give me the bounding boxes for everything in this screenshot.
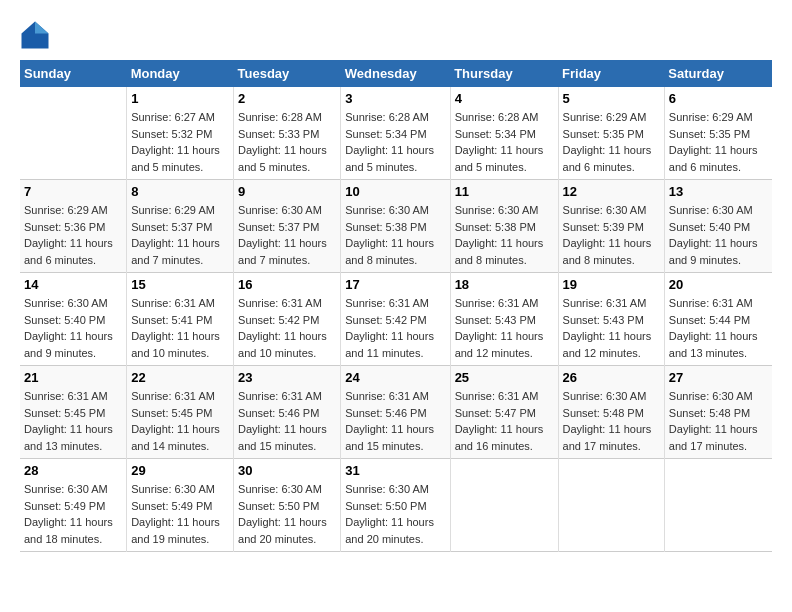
header-day-tuesday: Tuesday: [234, 60, 341, 87]
day-number: 11: [455, 184, 554, 199]
day-info: Sunrise: 6:30 AMSunset: 5:50 PMDaylight:…: [238, 481, 336, 547]
day-info: Sunrise: 6:30 AMSunset: 5:48 PMDaylight:…: [563, 388, 660, 454]
day-cell: 24Sunrise: 6:31 AMSunset: 5:46 PMDayligh…: [341, 366, 450, 459]
day-info: Sunrise: 6:30 AMSunset: 5:50 PMDaylight:…: [345, 481, 445, 547]
day-cell: 3Sunrise: 6:28 AMSunset: 5:34 PMDaylight…: [341, 87, 450, 180]
day-info: Sunrise: 6:28 AMSunset: 5:33 PMDaylight:…: [238, 109, 336, 175]
header-day-sunday: Sunday: [20, 60, 127, 87]
week-row-2: 7Sunrise: 6:29 AMSunset: 5:36 PMDaylight…: [20, 180, 772, 273]
day-number: 31: [345, 463, 445, 478]
day-info: Sunrise: 6:31 AMSunset: 5:45 PMDaylight:…: [24, 388, 122, 454]
day-number: 2: [238, 91, 336, 106]
day-number: 14: [24, 277, 122, 292]
week-row-1: 1Sunrise: 6:27 AMSunset: 5:32 PMDaylight…: [20, 87, 772, 180]
day-info: Sunrise: 6:31 AMSunset: 5:46 PMDaylight:…: [238, 388, 336, 454]
day-cell: 19Sunrise: 6:31 AMSunset: 5:43 PMDayligh…: [558, 273, 664, 366]
day-cell: 4Sunrise: 6:28 AMSunset: 5:34 PMDaylight…: [450, 87, 558, 180]
day-number: 18: [455, 277, 554, 292]
day-info: Sunrise: 6:31 AMSunset: 5:42 PMDaylight:…: [238, 295, 336, 361]
logo: [20, 20, 54, 50]
day-cell: 14Sunrise: 6:30 AMSunset: 5:40 PMDayligh…: [20, 273, 127, 366]
day-info: Sunrise: 6:31 AMSunset: 5:43 PMDaylight:…: [563, 295, 660, 361]
day-info: Sunrise: 6:28 AMSunset: 5:34 PMDaylight:…: [345, 109, 445, 175]
day-info: Sunrise: 6:30 AMSunset: 5:38 PMDaylight:…: [455, 202, 554, 268]
week-row-3: 14Sunrise: 6:30 AMSunset: 5:40 PMDayligh…: [20, 273, 772, 366]
day-cell: 2Sunrise: 6:28 AMSunset: 5:33 PMDaylight…: [234, 87, 341, 180]
day-cell: 23Sunrise: 6:31 AMSunset: 5:46 PMDayligh…: [234, 366, 341, 459]
day-info: Sunrise: 6:30 AMSunset: 5:37 PMDaylight:…: [238, 202, 336, 268]
day-cell: 29Sunrise: 6:30 AMSunset: 5:49 PMDayligh…: [127, 459, 234, 552]
page-header: [20, 20, 772, 50]
day-number: 29: [131, 463, 229, 478]
day-cell: 8Sunrise: 6:29 AMSunset: 5:37 PMDaylight…: [127, 180, 234, 273]
day-number: 3: [345, 91, 445, 106]
day-info: Sunrise: 6:28 AMSunset: 5:34 PMDaylight:…: [455, 109, 554, 175]
week-row-4: 21Sunrise: 6:31 AMSunset: 5:45 PMDayligh…: [20, 366, 772, 459]
day-cell: 28Sunrise: 6:30 AMSunset: 5:49 PMDayligh…: [20, 459, 127, 552]
day-info: Sunrise: 6:29 AMSunset: 5:37 PMDaylight:…: [131, 202, 229, 268]
day-cell: 7Sunrise: 6:29 AMSunset: 5:36 PMDaylight…: [20, 180, 127, 273]
day-number: 9: [238, 184, 336, 199]
day-number: 27: [669, 370, 768, 385]
day-number: 19: [563, 277, 660, 292]
day-cell: 17Sunrise: 6:31 AMSunset: 5:42 PMDayligh…: [341, 273, 450, 366]
header-day-friday: Friday: [558, 60, 664, 87]
day-cell: [558, 459, 664, 552]
day-number: 26: [563, 370, 660, 385]
day-cell: 12Sunrise: 6:30 AMSunset: 5:39 PMDayligh…: [558, 180, 664, 273]
day-number: 24: [345, 370, 445, 385]
day-number: 17: [345, 277, 445, 292]
day-info: Sunrise: 6:30 AMSunset: 5:48 PMDaylight:…: [669, 388, 768, 454]
day-cell: 18Sunrise: 6:31 AMSunset: 5:43 PMDayligh…: [450, 273, 558, 366]
logo-icon: [20, 20, 50, 50]
header-day-thursday: Thursday: [450, 60, 558, 87]
header-day-saturday: Saturday: [664, 60, 772, 87]
day-number: 30: [238, 463, 336, 478]
day-info: Sunrise: 6:29 AMSunset: 5:35 PMDaylight:…: [669, 109, 768, 175]
day-info: Sunrise: 6:30 AMSunset: 5:39 PMDaylight:…: [563, 202, 660, 268]
header-row: SundayMondayTuesdayWednesdayThursdayFrid…: [20, 60, 772, 87]
day-info: Sunrise: 6:31 AMSunset: 5:45 PMDaylight:…: [131, 388, 229, 454]
day-info: Sunrise: 6:31 AMSunset: 5:42 PMDaylight:…: [345, 295, 445, 361]
day-cell: 13Sunrise: 6:30 AMSunset: 5:40 PMDayligh…: [664, 180, 772, 273]
day-info: Sunrise: 6:31 AMSunset: 5:43 PMDaylight:…: [455, 295, 554, 361]
day-number: 12: [563, 184, 660, 199]
day-cell: 21Sunrise: 6:31 AMSunset: 5:45 PMDayligh…: [20, 366, 127, 459]
day-cell: [450, 459, 558, 552]
day-number: 28: [24, 463, 122, 478]
day-number: 4: [455, 91, 554, 106]
day-cell: 1Sunrise: 6:27 AMSunset: 5:32 PMDaylight…: [127, 87, 234, 180]
day-cell: 25Sunrise: 6:31 AMSunset: 5:47 PMDayligh…: [450, 366, 558, 459]
day-info: Sunrise: 6:30 AMSunset: 5:40 PMDaylight:…: [24, 295, 122, 361]
day-cell: 22Sunrise: 6:31 AMSunset: 5:45 PMDayligh…: [127, 366, 234, 459]
calendar-table: SundayMondayTuesdayWednesdayThursdayFrid…: [20, 60, 772, 552]
day-cell: 9Sunrise: 6:30 AMSunset: 5:37 PMDaylight…: [234, 180, 341, 273]
day-number: 7: [24, 184, 122, 199]
header-day-wednesday: Wednesday: [341, 60, 450, 87]
day-info: Sunrise: 6:30 AMSunset: 5:49 PMDaylight:…: [131, 481, 229, 547]
day-info: Sunrise: 6:31 AMSunset: 5:44 PMDaylight:…: [669, 295, 768, 361]
day-cell: 6Sunrise: 6:29 AMSunset: 5:35 PMDaylight…: [664, 87, 772, 180]
day-info: Sunrise: 6:31 AMSunset: 5:47 PMDaylight:…: [455, 388, 554, 454]
day-number: 1: [131, 91, 229, 106]
header-day-monday: Monday: [127, 60, 234, 87]
day-number: 25: [455, 370, 554, 385]
day-info: Sunrise: 6:30 AMSunset: 5:38 PMDaylight:…: [345, 202, 445, 268]
day-cell: [20, 87, 127, 180]
day-number: 8: [131, 184, 229, 199]
day-cell: 20Sunrise: 6:31 AMSunset: 5:44 PMDayligh…: [664, 273, 772, 366]
day-number: 15: [131, 277, 229, 292]
day-number: 22: [131, 370, 229, 385]
day-info: Sunrise: 6:29 AMSunset: 5:35 PMDaylight:…: [563, 109, 660, 175]
day-cell: [664, 459, 772, 552]
day-info: Sunrise: 6:31 AMSunset: 5:41 PMDaylight:…: [131, 295, 229, 361]
day-cell: 30Sunrise: 6:30 AMSunset: 5:50 PMDayligh…: [234, 459, 341, 552]
day-cell: 27Sunrise: 6:30 AMSunset: 5:48 PMDayligh…: [664, 366, 772, 459]
day-cell: 10Sunrise: 6:30 AMSunset: 5:38 PMDayligh…: [341, 180, 450, 273]
day-number: 5: [563, 91, 660, 106]
day-number: 13: [669, 184, 768, 199]
svg-marker-1: [35, 22, 49, 34]
day-number: 23: [238, 370, 336, 385]
day-cell: 15Sunrise: 6:31 AMSunset: 5:41 PMDayligh…: [127, 273, 234, 366]
day-number: 20: [669, 277, 768, 292]
